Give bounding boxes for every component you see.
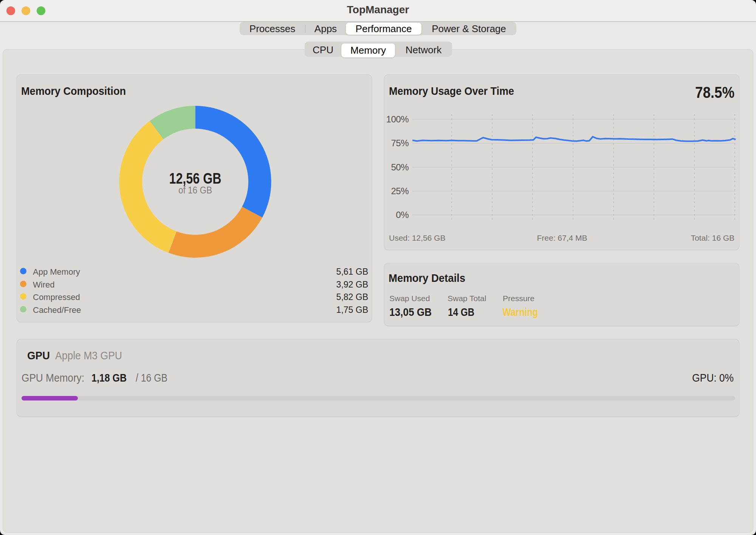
svg-text:14 GB: 14 GB [448,306,474,318]
svg-text:78.5%: 78.5% [695,83,734,101]
svg-text:Memory Details: Memory Details [389,272,465,284]
svg-text:1,18 GB: 1,18 GB [91,372,127,384]
svg-text:Memory Composition: Memory Composition [21,85,126,97]
svg-text:Warning: Warning [502,306,538,318]
svg-text:GPU: 0%: GPU: 0% [692,372,734,384]
svg-text:/ 16 GB: / 16 GB [136,372,167,384]
svg-text:GPU: GPU [27,349,50,362]
svg-text:Apple M3 GPU: Apple M3 GPU [55,349,122,362]
svg-text:GPU Memory:: GPU Memory: [22,372,84,384]
svg-text:of 16 GB: of 16 GB [178,185,212,195]
svg-text:12,56 GB: 12,56 GB [169,170,222,187]
svg-text:Memory Usage Over Time: Memory Usage Over Time [389,85,514,97]
svg-text:13,05 GB: 13,05 GB [389,306,432,318]
